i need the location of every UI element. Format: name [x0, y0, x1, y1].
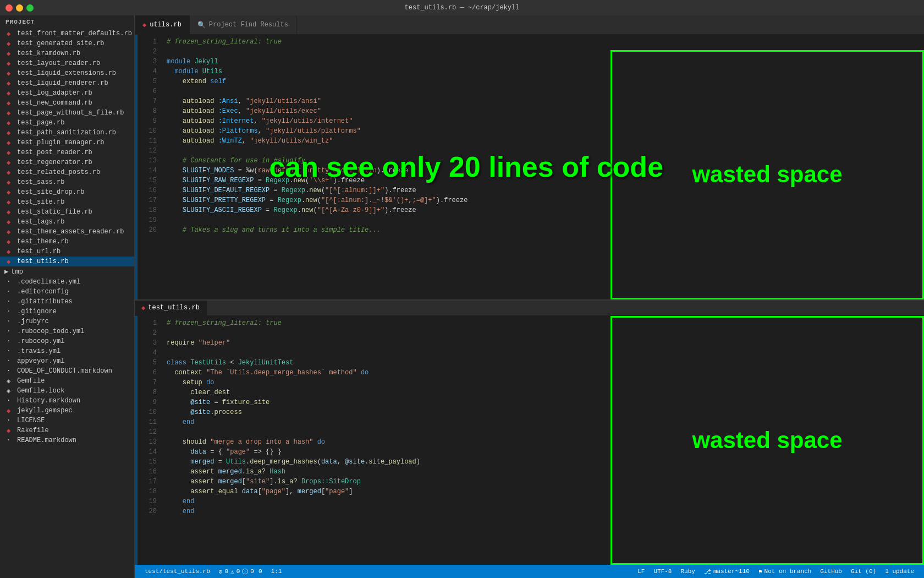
- config-file-icon: ·: [7, 328, 14, 335]
- close-button[interactable]: [6, 4, 13, 12]
- sidebar-item-code-of-conduct[interactable]: · CODE_OF_CONDUCT.markdown: [0, 366, 134, 376]
- ruby-file-icon: ◆: [7, 248, 14, 255]
- editor-area: ◆ utils.rb 🔍 Project Find Results 12345: [135, 15, 924, 578]
- pane-container-bottom: ◆ test_utils.rb 12345 678910 1112131415 …: [135, 301, 924, 565]
- sidebar-item-appveyor[interactable]: · appveyor.yml: [0, 356, 134, 366]
- git-branch-icon: ⎇: [704, 568, 711, 575]
- sidebar-item-readme[interactable]: · README.markdown: [0, 435, 134, 445]
- ruby-file-icon: ◆: [7, 159, 14, 166]
- sidebar-item-gemfile-lock[interactable]: ◈ Gemfile.lock: [0, 386, 134, 396]
- sidebar-item-editorconfig[interactable]: · .editorconfig: [0, 287, 134, 297]
- sidebar-folder-tmp[interactable]: ▶ tmp: [0, 266, 134, 277]
- markdown-file-icon: ·: [7, 397, 14, 405]
- sidebar-item-test-front-matter[interactable]: ◆ test_front_matter_defaults.rb: [0, 29, 134, 39]
- minimize-button[interactable]: [16, 4, 23, 12]
- sidebar-item-test-liquid-extensions[interactable]: ◆ test_liquid_extensions.rb: [0, 68, 134, 78]
- gemfile-icon: ◈: [7, 377, 14, 385]
- sidebar-item-jrubyrc[interactable]: · .jrubyrc: [0, 317, 134, 326]
- sidebar-item-test-static-file[interactable]: ◆ test_static_file.rb: [0, 207, 134, 217]
- main-layout: Project ◆ test_front_matter_defaults.rb …: [0, 15, 924, 578]
- config-file-icon: ·: [7, 308, 14, 315]
- sidebar-item-test-new-command[interactable]: ◆ test_new_command.rb: [0, 98, 134, 108]
- sidebar-item-test-kramdown[interactable]: ◆ test_kramdown.rb: [0, 48, 134, 58]
- sidebar-item-test-plugin-manager[interactable]: ◆ test_plugin_manager.rb: [0, 138, 134, 148]
- status-update[interactable]: 1 update: [881, 568, 919, 575]
- ruby-file-icon: ◆: [7, 407, 14, 415]
- sidebar: Project ◆ test_front_matter_defaults.rb …: [0, 15, 135, 578]
- status-branch[interactable]: ⎇ master~110: [700, 568, 754, 575]
- ruby-file-icon: ◆: [7, 99, 14, 107]
- code-area-bottom[interactable]: 12345 678910 1112131415 1617181920 # fro…: [135, 316, 924, 565]
- editor-panes: 12345 678910 1112131415 1617181920 # fro…: [135, 35, 924, 565]
- ruby-pane-tab-icon: ◆: [141, 304, 145, 312]
- sidebar-item-test-tags[interactable]: ◆ test_tags.rb: [0, 217, 134, 227]
- sidebar-item-gitattributes[interactable]: · .gitattributes: [0, 297, 134, 307]
- tab-utils-rb[interactable]: ◆ utils.rb: [135, 15, 190, 34]
- sidebar-item-test-site[interactable]: ◆ test_site.rb: [0, 197, 134, 207]
- sidebar-item-test-theme-assets[interactable]: ◆ test_theme_assets_reader.rb: [0, 227, 134, 237]
- sidebar-item-test-utils[interactable]: ◆ test_utils.rb: [0, 257, 134, 266]
- code-area-top[interactable]: 12345 678910 1112131415 1617181920 # fro…: [135, 35, 924, 299]
- ruby-file-icon: ◆: [7, 168, 14, 176]
- ruby-file-icon: ◆: [7, 238, 14, 246]
- sidebar-item-travis[interactable]: · .travis.yml: [0, 346, 134, 356]
- sidebar-item-test-layout-reader[interactable]: ◆ test_layout_reader.rb: [0, 58, 134, 68]
- top-tab-bar: ◆ utils.rb 🔍 Project Find Results: [135, 15, 924, 35]
- window-title: test_utils.rb — ~/crap/jekyll: [405, 4, 520, 12]
- search-tab-icon: 🔍: [197, 21, 206, 29]
- status-diagnostics[interactable]: ⊘ 0 ⚠ 0 ⓘ 0 0: [215, 565, 267, 578]
- sidebar-item-test-path-sanitization[interactable]: ◆ test_path_sanitization.rb: [0, 128, 134, 138]
- ruby-file-icon: ◆: [7, 59, 14, 67]
- ruby-tab-icon: ◆: [142, 21, 146, 29]
- sidebar-item-license[interactable]: · LICENSE: [0, 416, 134, 426]
- status-bar: test/test_utils.rb ⊘ 0 ⚠ 0 ⓘ 0 0 1:1 LF: [135, 565, 924, 578]
- status-language[interactable]: Ruby: [676, 568, 699, 575]
- markdown-file-icon: ·: [7, 437, 14, 444]
- window-controls: [6, 4, 34, 12]
- ruby-file-icon: ◆: [7, 139, 14, 146]
- sidebar-item-test-page-without-file[interactable]: ◆ test_page_without_a_file.rb: [0, 108, 134, 118]
- sidebar-item-test-regenerator[interactable]: ◆ test_regenerator.rb: [0, 157, 134, 167]
- config-file-icon: ·: [7, 288, 14, 296]
- ruby-file-icon: ◆: [7, 119, 14, 127]
- markdown-file-icon: ·: [7, 367, 14, 375]
- config-file-icon: ·: [7, 337, 14, 345]
- sidebar-item-test-log-adapter[interactable]: ◆ test_log_adapter.rb: [0, 88, 134, 98]
- sidebar-item-rubocop-todo[interactable]: · .rubocop_todo.yml: [0, 326, 134, 336]
- ruby-file-icon: ◆: [7, 208, 14, 216]
- sidebar-item-rakefile[interactable]: ◆ Rakefile: [0, 426, 134, 435]
- sidebar-item-test-theme[interactable]: ◆ test_theme.rb: [0, 237, 134, 247]
- ruby-file-icon: ◆: [7, 218, 14, 226]
- sidebar-item-gitignore[interactable]: · .gitignore: [0, 307, 134, 317]
- sidebar-item-history[interactable]: · History.markdown: [0, 396, 134, 406]
- status-file-path[interactable]: test/test_utils.rb: [140, 565, 215, 578]
- sidebar-item-test-url[interactable]: ◆ test_url.rb: [0, 247, 134, 257]
- status-charset[interactable]: UTF-8: [649, 568, 676, 575]
- ruby-file-icon: ◆: [7, 69, 14, 77]
- status-not-on-branch[interactable]: ⚑ Not on branch: [754, 568, 816, 575]
- ruby-file-icon: ◆: [7, 198, 14, 206]
- line-numbers-bottom: 12345 678910 1112131415 1617181920: [138, 316, 162, 565]
- status-encoding[interactable]: LF: [633, 568, 649, 575]
- sidebar-item-test-sass[interactable]: ◆ test_sass.rb: [0, 177, 134, 187]
- sidebar-item-test-generated-site[interactable]: ◆ test_generated_site.rb: [0, 39, 134, 48]
- ruby-file-icon: ◆: [7, 427, 14, 434]
- status-github[interactable]: GitHub: [816, 568, 846, 575]
- sidebar-item-codeclimate[interactable]: · .codeclimate.yml: [0, 277, 134, 287]
- ruby-file-icon: ◆: [7, 40, 14, 47]
- tab-project-find-results[interactable]: 🔍 Project Find Results: [190, 15, 296, 34]
- sidebar-item-test-site-drop[interactable]: ◆ test_site_drop.rb: [0, 187, 134, 197]
- status-position[interactable]: 1:1: [267, 565, 287, 578]
- maximize-button[interactable]: [26, 4, 34, 12]
- status-git[interactable]: Git (0): [846, 568, 881, 575]
- ruby-file-icon: ◆: [7, 258, 14, 265]
- sidebar-item-test-related-posts[interactable]: ◆ test_related_posts.rb: [0, 167, 134, 177]
- sidebar-item-gemfile[interactable]: ◈ Gemfile: [0, 376, 134, 386]
- sidebar-item-jekyll-gemspec[interactable]: ◆ jekyll.gemspec: [0, 406, 134, 416]
- sidebar-item-test-post-reader[interactable]: ◆ test_post_reader.rb: [0, 148, 134, 157]
- sidebar-item-rubocop[interactable]: · .rubocop.yml: [0, 336, 134, 346]
- tab-test-utils-rb[interactable]: ◆ test_utils.rb: [135, 301, 207, 315]
- lock-icon: ◈: [7, 387, 14, 395]
- sidebar-item-test-page[interactable]: ◆ test_page.rb: [0, 118, 134, 128]
- sidebar-item-test-liquid-renderer[interactable]: ◆ test_liquid_renderer.rb: [0, 78, 134, 88]
